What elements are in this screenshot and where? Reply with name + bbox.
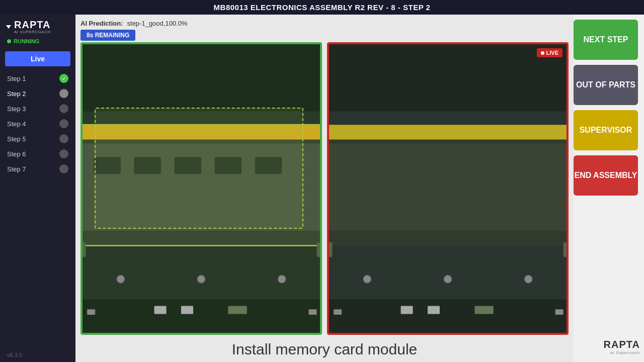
svg-rect-36: [401, 306, 413, 314]
bottom-logo-name: RAPTA: [574, 339, 640, 350]
logo-text: RAPTA AI SUPERCOACH: [14, 20, 51, 34]
main-layout: RAPTA AI SUPERCOACH RUNNING Live Step 1 …: [0, 15, 644, 362]
remaining-badge: 8s REMAINING: [80, 30, 135, 41]
step3-indicator: [59, 104, 68, 113]
logo-subtitle: AI SUPERCOACH: [14, 30, 51, 34]
svg-point-14: [117, 275, 125, 283]
step1-label: Step 1: [7, 75, 26, 82]
step4-label: Step 4: [7, 120, 26, 128]
svg-rect-16: [154, 306, 167, 314]
instruction-text: Install memory card module: [80, 335, 569, 362]
ai-prediction-label: AI Prediction:: [80, 20, 123, 27]
svg-rect-26: [329, 44, 567, 111]
page-title: MB80013 ELECTRONICS ASSEMBLY R2 REV - 8 …: [214, 3, 431, 12]
step6-label: Step 6: [7, 150, 26, 158]
steps-list: Step 1 ✓ Step 2 Step 3 Step 4 Step 5 Ste…: [0, 71, 75, 176]
svg-rect-32: [564, 242, 567, 257]
svg-rect-12: [317, 242, 320, 257]
sidebar-item-step2[interactable]: Step 2: [5, 86, 70, 101]
svg-rect-40: [334, 309, 342, 315]
sidebar: RAPTA AI SUPERCOACH RUNNING Live Step 1 …: [0, 15, 75, 362]
sidebar-item-step4[interactable]: Step 4: [5, 117, 70, 131]
out-of-parts-button[interactable]: OUT OF PARTS: [574, 65, 638, 105]
step1-indicator: ✓: [59, 74, 68, 83]
live-dot: [541, 51, 544, 55]
svg-rect-29: [329, 125, 567, 139]
ai-prediction-row: AI Prediction: step-1_good,100.0%: [80, 20, 569, 27]
step5-label: Step 5: [7, 135, 26, 143]
step7-label: Step 7: [7, 165, 26, 173]
step2-indicator: [59, 89, 68, 98]
svg-rect-20: [87, 309, 95, 315]
right-panel: NEXT STEP OUT OF PARTS SUPERVISOR END AS…: [574, 15, 644, 362]
step6-indicator: [59, 149, 68, 158]
live-image: [329, 44, 567, 333]
running-label: RUNNING: [14, 38, 39, 44]
svg-rect-27: [329, 299, 567, 333]
step5-indicator: [59, 134, 68, 143]
reference-frame: [80, 42, 322, 335]
sidebar-header: RAPTA AI SUPERCOACH RUNNING: [0, 15, 75, 47]
version-text: v6.3.0: [0, 348, 75, 362]
svg-rect-37: [428, 306, 440, 314]
chevron-down-icon: [6, 25, 11, 29]
svg-rect-31: [329, 242, 332, 257]
svg-rect-21: [309, 309, 317, 315]
svg-rect-1: [83, 44, 320, 111]
reference-overlay: [95, 108, 303, 229]
top-bar: MB80013 ELECTRONICS ASSEMBLY R2 REV - 8 …: [0, 0, 644, 15]
logo-name: RAPTA: [14, 20, 51, 30]
svg-point-13: [197, 275, 205, 283]
supervisor-button[interactable]: SUPERVISOR: [574, 110, 638, 150]
svg-rect-30: [329, 144, 567, 231]
svg-point-33: [444, 275, 452, 283]
svg-rect-41: [555, 309, 564, 315]
step3-label: Step 3: [7, 105, 26, 113]
step7-indicator: [59, 164, 68, 173]
ai-prediction-value: step-1_good,100.0%: [127, 20, 188, 27]
live-frame: LIVE: [327, 42, 569, 335]
bottom-logo-sub: AI Supercoach: [574, 350, 640, 355]
svg-point-15: [278, 275, 286, 283]
live-button[interactable]: Live: [5, 51, 70, 66]
sidebar-item-step7[interactable]: Step 7: [5, 162, 70, 176]
svg-point-35: [524, 275, 532, 283]
sidebar-item-step1[interactable]: Step 1 ✓: [5, 71, 70, 85]
svg-rect-2: [83, 299, 320, 333]
step4-indicator: [59, 119, 68, 128]
sidebar-item-step6[interactable]: Step 6: [5, 147, 70, 161]
live-label: LIVE: [546, 50, 558, 56]
svg-rect-17: [181, 306, 193, 314]
sidebar-item-step5[interactable]: Step 5: [5, 132, 70, 146]
svg-rect-11: [83, 242, 86, 257]
running-badge: RUNNING: [7, 38, 69, 44]
end-assembly-button[interactable]: END ASSEMBLY: [574, 155, 638, 196]
svg-point-34: [363, 275, 371, 283]
sidebar-item-step3[interactable]: Step 3: [5, 102, 70, 116]
running-dot: [7, 39, 11, 43]
step2-label: Step 2: [7, 90, 26, 98]
svg-rect-38: [474, 306, 493, 314]
rapta-logo-bottom: RAPTA AI Supercoach: [574, 337, 640, 357]
logo-area: RAPTA AI SUPERCOACH: [6, 20, 69, 34]
live-badge: LIVE: [537, 48, 562, 57]
svg-rect-18: [228, 306, 247, 314]
next-step-button[interactable]: NEXT STEP: [574, 20, 638, 60]
content-area: AI Prediction: step-1_good,100.0% 8s REM…: [75, 15, 574, 362]
images-row: LIVE: [80, 42, 569, 335]
